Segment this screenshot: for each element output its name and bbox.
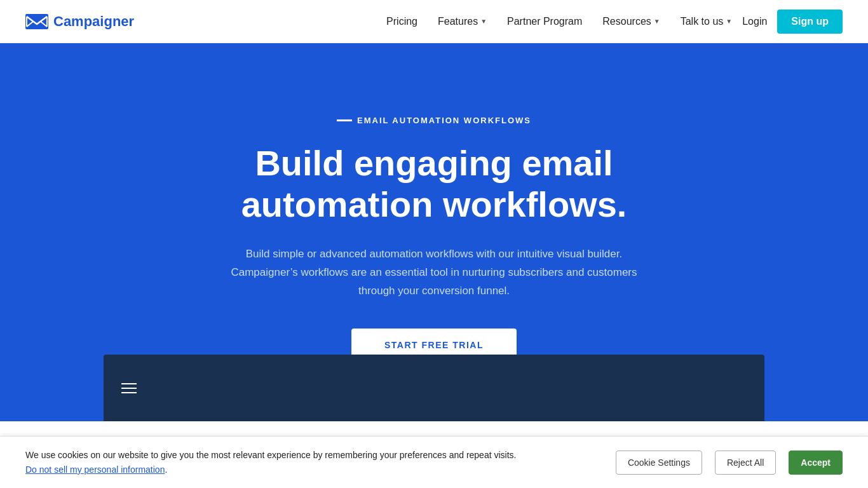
hero-tag-line: [337, 119, 352, 121]
nav-item-features[interactable]: Features ▼: [438, 16, 487, 27]
resources-chevron-icon: ▼: [654, 18, 660, 25]
hamburger-line-1: [121, 383, 137, 384]
dark-panel: [104, 355, 764, 421]
logo[interactable]: Campaigner: [25, 13, 134, 30]
talk-chevron-icon: ▼: [726, 18, 732, 25]
login-link[interactable]: Login: [742, 16, 767, 27]
hero-section: EMAIL AUTOMATION WORKFLOWS Build engagin…: [0, 43, 868, 421]
cookie-message: We use cookies on our website to give yo…: [25, 450, 516, 460]
cookie-text: We use cookies on our website to give yo…: [25, 448, 603, 477]
svg-rect-0: [25, 14, 48, 29]
navbar: Campaigner Pricing Features ▼ Partner Pr…: [0, 0, 868, 43]
cookie-settings-button[interactable]: Cookie Settings: [616, 451, 702, 475]
resources-label: Resources: [602, 16, 651, 27]
features-label: Features: [438, 16, 478, 27]
pricing-link[interactable]: Pricing: [386, 16, 417, 27]
partner-link[interactable]: Partner Program: [507, 16, 582, 27]
resources-dropdown[interactable]: Resources ▼: [602, 16, 660, 27]
features-dropdown[interactable]: Features ▼: [438, 16, 487, 27]
hero-tag: EMAIL AUTOMATION WORKFLOWS: [337, 116, 531, 125]
nav-item-partner[interactable]: Partner Program: [507, 16, 582, 27]
cookie-banner: We use cookies on our website to give yo…: [0, 436, 868, 488]
hero-tag-text: EMAIL AUTOMATION WORKFLOWS: [357, 116, 531, 125]
hamburger-icon[interactable]: [121, 383, 137, 393]
nav-item-resources[interactable]: Resources ▼: [602, 16, 660, 27]
hamburger-line-2: [121, 388, 137, 389]
hero-title: Build engaging email automation workflow…: [205, 143, 663, 225]
hamburger-line-3: [121, 392, 137, 393]
features-chevron-icon: ▼: [480, 18, 487, 25]
logo-icon: [25, 14, 48, 29]
nav-item-pricing[interactable]: Pricing: [386, 16, 417, 27]
signup-button[interactable]: Sign up: [777, 10, 843, 34]
talk-dropdown[interactable]: Talk to us ▼: [681, 16, 733, 27]
do-not-sell-link[interactable]: Do not sell my personal information: [25, 464, 165, 475]
cookie-accept-button[interactable]: Accept: [789, 451, 843, 475]
hero-subtitle: Build simple or advanced automation work…: [218, 245, 650, 301]
nav-links: Pricing Features ▼ Partner Program Resou…: [386, 16, 732, 27]
logo-text: Campaigner: [53, 13, 134, 30]
nav-item-talk[interactable]: Talk to us ▼: [681, 16, 733, 27]
talk-label: Talk to us: [681, 16, 724, 27]
cookie-reject-button[interactable]: Reject All: [715, 451, 776, 475]
